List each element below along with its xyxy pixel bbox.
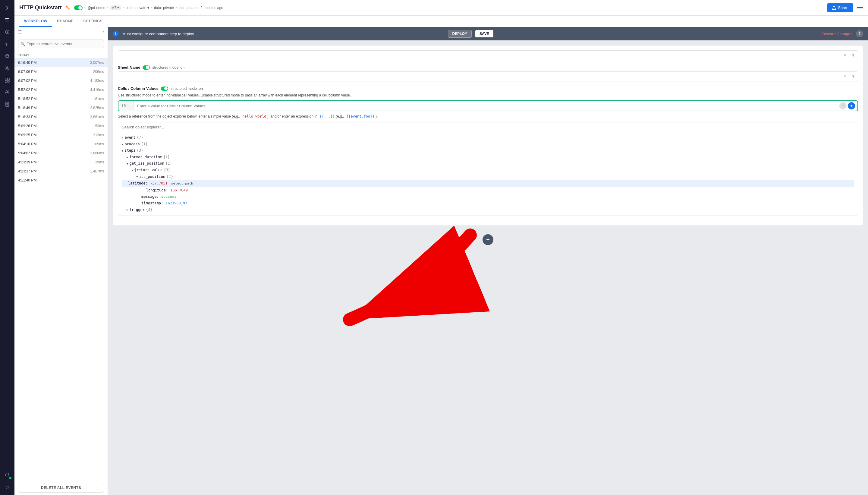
obj-search-box [118, 122, 858, 132]
settings-nav-icon[interactable] [2, 63, 13, 73]
tree-item: ▼get_iss_position{1} [122, 160, 854, 167]
tree-arrow-icon[interactable]: ▶ [126, 207, 128, 212]
svg-rect-9 [5, 81, 7, 82]
event-item[interactable]: 5:09:26 PM53ms [15, 121, 108, 131]
events-nav-icon[interactable] [2, 27, 13, 37]
event-item[interactable]: 4:23:37 PM1,467ms [15, 167, 108, 176]
event-item[interactable]: 5:16:33 PM3,861ms [15, 113, 108, 121]
event-duration: 4,419ms [90, 88, 104, 92]
event-item[interactable]: 5:52:02 PM4,419ms [15, 85, 108, 95]
docs-nav-icon[interactable] [2, 99, 13, 110]
event-item[interactable]: 6:07:02 PM4,183ms [15, 76, 108, 85]
event-item[interactable]: 4:11:40 PM [15, 176, 108, 185]
add-cell-button[interactable]: + [848, 102, 855, 109]
cell-input-row: [0]: − + [118, 100, 858, 111]
tab-workflow[interactable]: WORKFLOW [19, 16, 52, 27]
events-panel-header: ☰ ‹ [15, 27, 108, 37]
discard-changes-button[interactable]: Discard Changes [822, 32, 852, 36]
tab-settings[interactable]: SETTINGS [79, 16, 107, 27]
workflow-nav-icon[interactable] [2, 15, 13, 25]
sheet-name-toggle[interactable] [142, 65, 150, 70]
tree-arrow-icon[interactable]: ▼ [136, 174, 138, 179]
event-duration: 109ms [93, 142, 104, 146]
event-time: 4:23:37 PM [18, 169, 36, 173]
save-button[interactable]: SAVE [475, 30, 493, 37]
event-duration: 181ms [93, 97, 104, 101]
left-navigation: $ [0, 0, 15, 495]
event-duration: 4,183ms [90, 79, 104, 83]
hint-expr: {{...}} [319, 114, 335, 118]
apps-nav-icon[interactable] [2, 75, 13, 86]
datastore-nav-icon[interactable] [2, 51, 13, 62]
version-badge[interactable]: v.7 [110, 5, 121, 10]
edit-title-icon[interactable]: ✏️ [65, 5, 71, 10]
event-duration: 2,825ms [90, 106, 104, 110]
tree-item[interactable]: timestamp:1621988197 [122, 200, 854, 207]
tree-item[interactable]: message:success [122, 193, 854, 200]
event-time: 5:04:10 PM [18, 142, 36, 146]
cell-value-input[interactable] [134, 101, 837, 110]
tree-arrow-icon[interactable]: ▼ [122, 148, 123, 153]
tree-item: ▼$return_value{3} [122, 167, 854, 174]
event-item[interactable]: 5:04:10 PM109ms [15, 140, 108, 149]
tree-key: event [124, 134, 135, 141]
tree-item: ▶process{1} [122, 141, 854, 148]
tree-arrow-icon[interactable]: ▶ [122, 135, 123, 140]
cell-index-label: [0]: [119, 101, 134, 110]
collapse-panel-button[interactable]: ‹ [103, 30, 104, 34]
tree-arrow-icon[interactable]: ▼ [132, 168, 133, 173]
sheet-name-input[interactable]: Sheet1 [118, 72, 841, 81]
spreadsheet-expand-button[interactable]: ▼ [849, 51, 858, 59]
event-duration: 39ms [95, 160, 104, 164]
tree-value: -37.7051 [150, 180, 168, 187]
tree-key: latitude: [128, 180, 148, 187]
code-visibility[interactable]: code: private [126, 6, 149, 10]
obj-search-input[interactable] [122, 125, 854, 129]
share-button[interactable]: Share [827, 3, 853, 12]
spreadsheet-clear-button[interactable]: ✕ [841, 51, 849, 59]
event-item[interactable]: 6:16:40 PM3,007ms [15, 58, 108, 67]
more-options-button[interactable]: ••• [857, 4, 863, 11]
status-pill: • @pd-demo • v.7 • code: private • data:… [74, 5, 223, 10]
deploy-button[interactable]: DEPLOY [448, 30, 472, 38]
event-item[interactable]: 4:23:39 PM39ms [15, 158, 108, 167]
event-time: 6:16:40 PM [18, 61, 36, 65]
hint-event: {{event.foo}} [346, 114, 375, 118]
remove-cell-button[interactable]: − [839, 102, 847, 109]
event-duration: 1,467ms [90, 169, 104, 173]
sheet-name-expand-button[interactable]: ▼ [849, 72, 858, 81]
event-item[interactable]: 5:18:49 PM2,825ms [15, 103, 108, 113]
cells-toggle[interactable] [161, 86, 168, 91]
tree-arrow-icon[interactable]: ▶ [122, 142, 123, 147]
events-list: Today 6:16:40 PM3,007ms6:07:06 PM206ms6:… [15, 51, 108, 480]
event-item[interactable]: 5:18:52 PM181ms [15, 95, 108, 103]
svg-point-12 [8, 91, 9, 92]
event-duration: 3,007ms [90, 61, 104, 65]
tree-item[interactable]: longitude:166.7049 [122, 187, 854, 194]
active-toggle[interactable] [74, 5, 83, 10]
account-label: @pd-demo [87, 6, 105, 10]
add-step-button[interactable]: + [483, 234, 493, 245]
event-item[interactable]: 5:09:25 PM313ms [15, 131, 108, 140]
tree-arrow-icon[interactable]: ▶ [126, 155, 128, 159]
sheet-name-clear-button[interactable]: ✕ [841, 72, 849, 81]
expand-nav-icon[interactable] [2, 2, 13, 13]
search-input[interactable] [18, 39, 104, 48]
spreadsheet-input[interactable]: Quickstart Demo [118, 51, 841, 60]
tree-item[interactable]: latitude:-37.7051select path [122, 180, 854, 187]
notifications-nav-icon[interactable] [2, 470, 13, 480]
help-button[interactable]: ? [856, 30, 863, 37]
users-nav-icon[interactable] [2, 87, 13, 98]
event-item[interactable]: 5:04:07 PM2,880ms [15, 149, 108, 158]
event-time: 5:16:33 PM [18, 115, 36, 119]
tree-key: process [124, 141, 140, 148]
event-item[interactable]: 6:07:06 PM206ms [15, 67, 108, 76]
select-path-link[interactable]: select path [171, 181, 193, 187]
tree-key: timestamp: [141, 200, 163, 207]
variables-nav-icon[interactable]: $ [2, 39, 13, 49]
delete-all-events-button[interactable]: DELETE ALL EVENTS [18, 483, 104, 493]
tree-arrow-icon[interactable]: ▼ [126, 161, 128, 166]
tree-item: ▶trigger{4} [122, 207, 854, 214]
tab-readme[interactable]: README [52, 16, 79, 27]
profile-nav-icon[interactable]: @ [2, 482, 13, 493]
